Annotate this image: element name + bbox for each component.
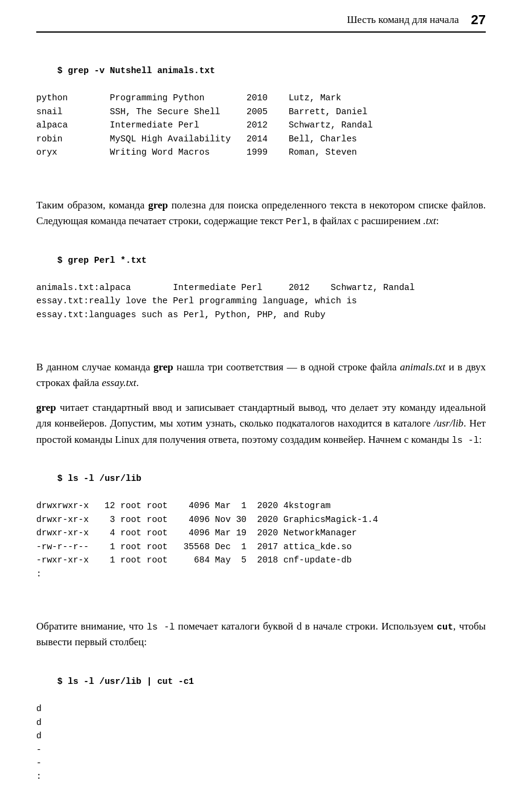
code-block-4: $ ls -l /usr/lib | cut -c1 ddd--:: [36, 662, 486, 811]
code-block-1: $ grep -v Nutshell animals.txt python Pr…: [36, 51, 486, 187]
paragraph-3: grep читает стандартный ввод и записывае…: [36, 400, 486, 448]
code-line: d: [36, 716, 486, 729]
para4-cut-bold: cut: [437, 620, 453, 632]
code-line: python Programming Python 2010 Lutz, Mar…: [36, 91, 486, 105]
code-line: d: [36, 729, 486, 743]
code-line: -: [36, 743, 486, 756]
para2-essay-italic: essay.txt: [102, 377, 136, 388]
code-cmd-3: $ ls -l /usr/lib: [57, 474, 141, 483]
code-lines-4: ddd--:: [36, 702, 486, 784]
para1-text-before: Таким образом, команда grep полезна для …: [36, 199, 486, 227]
code-line: oryx Writing Word Macros 1999 Roman, Ste…: [36, 146, 486, 159]
para3-usr-italic: /usr/lib: [434, 417, 463, 429]
page-header: Шесть команд для начала 27: [36, 12, 486, 33]
para3-ls-code: ls -l: [452, 436, 479, 446]
code-line: drwxr-xr-x 3 root root 4096 Nov 30 2020 …: [36, 513, 486, 526]
code-cmd-4: $ ls -l /usr/lib | cut -c1: [57, 677, 194, 686]
para2-animals-italic: animals.txt: [400, 361, 445, 373]
code-line: -rw-r--r-- 1 root root 35568 Dec 1 2017 …: [36, 540, 486, 553]
code-line: :: [36, 770, 486, 783]
code-block-2: $ grep Perl *.txt animals.txt:alpaca Int…: [36, 240, 486, 349]
para1-perl-code: Perl: [286, 217, 308, 227]
paragraph-2: В данном случае команда grep нашла три с…: [36, 359, 486, 392]
code-block-3: $ ls -l /usr/lib drwxrwxr-x 12 root root…: [36, 459, 486, 608]
code-cmd-2: $ grep Perl *.txt: [57, 256, 147, 265]
code-lines-3: drwxrwxr-x 12 root root 4096 Mar 1 2020 …: [36, 499, 486, 581]
code-line: essay.txt:languages such as Perl, Python…: [36, 308, 486, 321]
para3-grep-bold: grep: [36, 402, 56, 413]
page-number: 27: [471, 12, 486, 28]
code-line: alpaca Intermediate Perl 2012 Schwartz, …: [36, 118, 486, 132]
page: Шесть команд для начала 27 $ grep -v Nut…: [0, 0, 522, 812]
paragraph-4: Обратите внимание, что ls -l помечает ка…: [36, 619, 486, 651]
code-cmd-1: $ grep -v Nutshell animals.txt: [57, 66, 215, 76]
para1-grep-bold: grep: [148, 199, 168, 211]
code-lines-2: animals.txt:alpaca Intermediate Perl 201…: [36, 281, 486, 321]
code-line: essay.txt:really love the Perl programmi…: [36, 294, 486, 308]
code-line: snail SSH, The Secure Shell 2005 Barrett…: [36, 105, 486, 118]
code-lines-1: python Programming Python 2010 Lutz, Mar…: [36, 91, 486, 159]
para4-ls-code: ls -l: [147, 622, 175, 633]
code-line: animals.txt:alpaca Intermediate Perl 201…: [36, 281, 486, 294]
code-line: -: [36, 756, 486, 770]
paragraph-1: Таким образом, команда grep полезна для …: [36, 198, 486, 230]
code-line: robin MySQL High Availability 2014 Bell,…: [36, 132, 486, 146]
code-line: -rwxr-xr-x 1 root root 684 May 5 2018 cn…: [36, 553, 486, 567]
code-line: drwxrwxr-x 12 root root 4096 Mar 1 2020 …: [36, 499, 486, 512]
para1-txt-italic: .txt: [424, 215, 436, 227]
code-line: d: [36, 702, 486, 715]
para2-grep-bold: grep: [153, 361, 173, 373]
code-line: drwxr-xr-x 4 root root 4096 Mar 19 2020 …: [36, 526, 486, 540]
code-line: :: [36, 567, 486, 581]
header-title: Шесть команд для начала: [36, 14, 471, 26]
